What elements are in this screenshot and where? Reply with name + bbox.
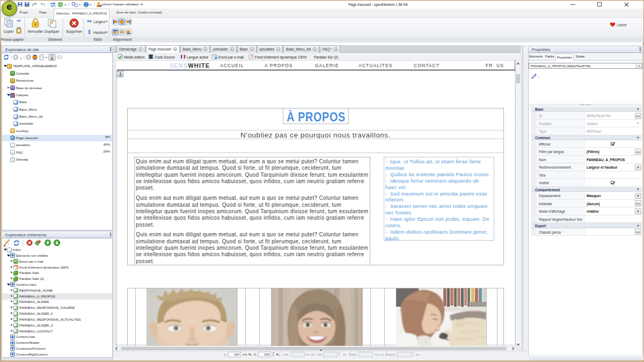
svg-text:Dupliquer: Dupliquer bbox=[45, 30, 60, 34]
svg-text:Verrouiller: Verrouiller bbox=[27, 30, 43, 33]
svg-text:Fond d'élément dynamique 100%: Fond d'élément dynamique 100% bbox=[255, 55, 307, 60]
svg-text:-: - bbox=[538, 75, 539, 78]
svg-text:Copier: Copier bbox=[3, 30, 14, 34]
svg-text:Largeur: Largeur bbox=[93, 20, 106, 24]
svg-text:Média édition: Média édition bbox=[124, 55, 145, 59]
svg-text:Parallax Sûr (2): Parallax Sûr (2) bbox=[314, 55, 338, 60]
svg-text:Supprimer: Supprimer bbox=[66, 30, 83, 34]
svg-text:Envoi par e-mail: Envoi par e-mail bbox=[218, 55, 244, 60]
svg-text:Langue active: Langue active bbox=[187, 55, 209, 60]
svg-text:Code Source: Code Source bbox=[155, 55, 175, 59]
svg-text:Hauteur: Hauteur bbox=[93, 31, 106, 34]
